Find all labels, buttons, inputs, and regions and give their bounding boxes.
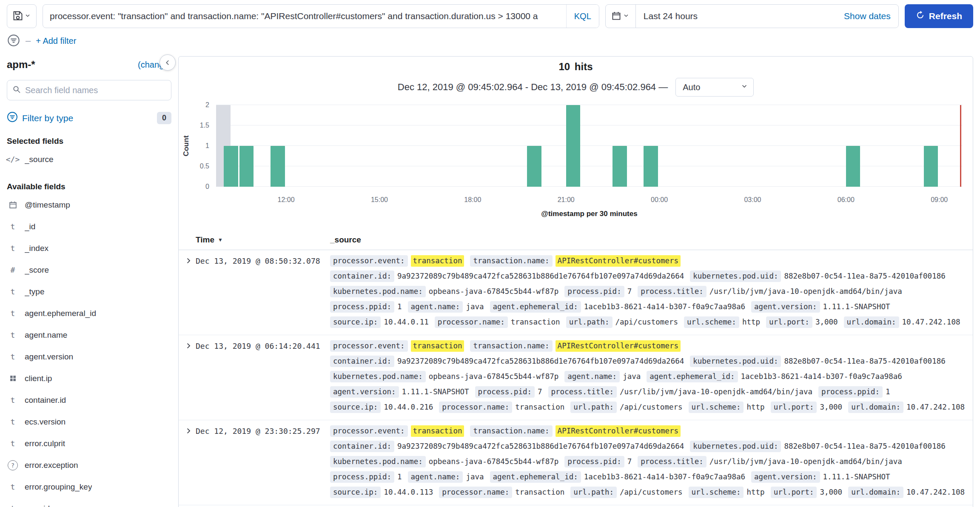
field-key-badge: processor.event:	[330, 255, 408, 267]
field-value: 9a92372089c79b489ca472fca528631b886d1e76…	[397, 271, 684, 282]
fields-sidebar: apm-* (change) Filter by type 0 Selected…	[0, 54, 178, 507]
field-item-_index[interactable]: t_index	[7, 237, 171, 259]
field-item-client.ip[interactable]: client.ip	[7, 367, 171, 389]
field-item-_score[interactable]: #_score	[7, 259, 171, 281]
document-field: transaction.name:APIRestController#custo…	[470, 255, 681, 267]
filter-by-type-button[interactable]: Filter by type	[7, 111, 73, 125]
hits-number: 10	[558, 61, 570, 72]
time-range-button[interactable]: Last 24 hours	[636, 11, 844, 21]
histogram-bar[interactable]	[224, 146, 238, 187]
time-column-header[interactable]: Time▼	[196, 235, 330, 245]
histogram-bar[interactable]	[846, 146, 860, 187]
collapse-sidebar-button[interactable]	[160, 54, 176, 71]
histogram-bar[interactable]	[566, 105, 581, 187]
field-item-error.exception[interactable]: ?error.exception	[7, 454, 171, 476]
field-search-input[interactable]	[25, 85, 166, 95]
field-item-_id[interactable]: t_id	[7, 216, 171, 237]
document-field: kubernetes.pod.uid:882e8b07-0c54-11ea-8a…	[690, 441, 945, 452]
field-key-badge: url.scheme:	[689, 402, 744, 413]
field-value: /api/customers	[615, 316, 678, 328]
field-value: 10.47.242.108	[906, 402, 965, 413]
field-value: 9a92372089c79b489ca472fca528631b886d1e76…	[397, 441, 684, 452]
query-language-button[interactable]: KQL	[566, 5, 599, 28]
document-field: url.scheme:http	[689, 402, 765, 413]
source-line: container.id:9a92372089c79b489ca472fca52…	[330, 441, 973, 452]
histogram-bar[interactable]	[271, 146, 285, 187]
field-value: 9a92372089c79b489ca472fca528631b886d1e76…	[397, 356, 684, 367]
field-value: java	[466, 301, 484, 313]
field-item-_source[interactable]: </>_source	[7, 148, 171, 170]
document-field: process.pid:7	[564, 286, 632, 297]
refresh-button[interactable]: Refresh	[905, 4, 973, 28]
table-body: Dec 13, 2019 @ 08:50:32.078processor.eve…	[179, 250, 973, 505]
field-key-badge: url.domain:	[844, 316, 899, 328]
document-field: processor.event:transaction	[330, 340, 464, 352]
field-type-string-icon: t	[7, 287, 19, 296]
field-value: transaction	[511, 316, 560, 328]
expand-row-button[interactable]	[184, 426, 193, 436]
field-name: ecs.version	[25, 417, 66, 427]
field-item-agent.version[interactable]: tagent.version	[7, 346, 171, 367]
document-field: agent.ephemeral_id:1aceb1b3-8621-4a14-b3…	[490, 471, 745, 483]
gridline	[216, 105, 963, 105]
field-item-@timestamp[interactable]: @timestamp	[7, 194, 171, 216]
date-quick-select-button[interactable]	[606, 5, 636, 28]
field-name: _id	[25, 222, 35, 231]
field-value: 1	[886, 386, 890, 398]
source-line: source.ip:10.44.0.216processor.name:tran…	[330, 402, 973, 413]
table-row: Dec 13, 2019 @ 06:14:20.441processor.eve…	[179, 335, 973, 420]
field-value: transaction	[515, 487, 564, 498]
field-value: 7	[627, 456, 632, 467]
source-cell: processor.event:transactiontransaction.n…	[330, 340, 973, 413]
field-item-error.culprit[interactable]: terror.culprit	[7, 433, 171, 454]
document-field: container.id:9a92372089c79b489ca472fca52…	[330, 441, 684, 452]
field-item-error.id[interactable]: terror.id	[7, 498, 171, 507]
field-key-badge: process.pid:	[564, 456, 624, 467]
field-value: 882e8b07-0c54-11ea-8a75-42010af00186	[784, 356, 945, 367]
add-filter-button[interactable]: + Add filter	[36, 36, 76, 46]
field-type-string-icon: t	[7, 482, 19, 491]
field-item-container.id[interactable]: tcontainer.id	[7, 389, 171, 411]
query-input[interactable]	[43, 5, 599, 28]
expand-row-button[interactable]	[184, 256, 193, 265]
field-key-badge: url.domain:	[848, 402, 903, 413]
interval-select[interactable]: Auto	[675, 78, 754, 97]
field-value: 3,000	[820, 487, 842, 498]
field-item-error.grouping_key[interactable]: terror.grouping_key	[7, 476, 171, 498]
field-item-ecs.version[interactable]: tecs.version	[7, 411, 171, 433]
histogram-bar[interactable]	[924, 146, 938, 187]
field-key-badge: process.pid:	[564, 286, 624, 297]
histogram-bar[interactable]	[527, 146, 541, 187]
field-type-string-icon: t	[7, 352, 19, 361]
field-type-string-icon: t	[7, 330, 19, 339]
show-dates-button[interactable]: Show dates	[844, 11, 898, 21]
document-field: kubernetes.pod.name:opbeans-java-67845c5…	[330, 371, 558, 382]
source-line: container.id:9a92372089c79b489ca472fca52…	[330, 356, 973, 367]
source-cell: processor.event:transactiontransaction.n…	[330, 255, 973, 328]
field-value: 1	[397, 301, 402, 313]
document-field: agent.version:1.11.1-SNAPSHOT	[330, 386, 469, 398]
histogram-bar[interactable]	[644, 146, 658, 187]
calendar-icon	[612, 11, 621, 22]
field-item-_type[interactable]: t_type	[7, 281, 171, 302]
field-key-badge: transaction.name:	[470, 425, 552, 437]
expand-cell	[179, 425, 196, 498]
field-value: 7	[538, 386, 542, 398]
histogram-bar[interactable]	[612, 146, 627, 187]
field-key-badge: container.id:	[330, 271, 394, 282]
y-axis-tick-label: 2	[189, 101, 209, 109]
document-field: processor.event:transaction	[330, 425, 464, 437]
filter-options-button[interactable]	[7, 34, 20, 48]
source-line: kubernetes.pod.name:opbeans-java-67845c5…	[330, 286, 973, 297]
selected-fields-heading: Selected fields	[7, 137, 171, 146]
save-query-button[interactable]	[7, 4, 37, 28]
expand-column-header	[179, 235, 196, 245]
field-key-badge: source.ip:	[330, 487, 381, 498]
histogram-bar[interactable]	[239, 146, 254, 187]
expand-row-button[interactable]	[184, 341, 193, 350]
document-field: source.ip:10.44.0.11	[330, 316, 429, 328]
field-value: 882e8b07-0c54-11ea-8a75-42010af00186	[784, 271, 945, 282]
field-item-agent.ephemeral_id[interactable]: tagent.ephemeral_id	[7, 302, 171, 324]
field-item-agent.name[interactable]: tagent.name	[7, 324, 171, 346]
table-header: Time▼ _source	[179, 229, 973, 250]
